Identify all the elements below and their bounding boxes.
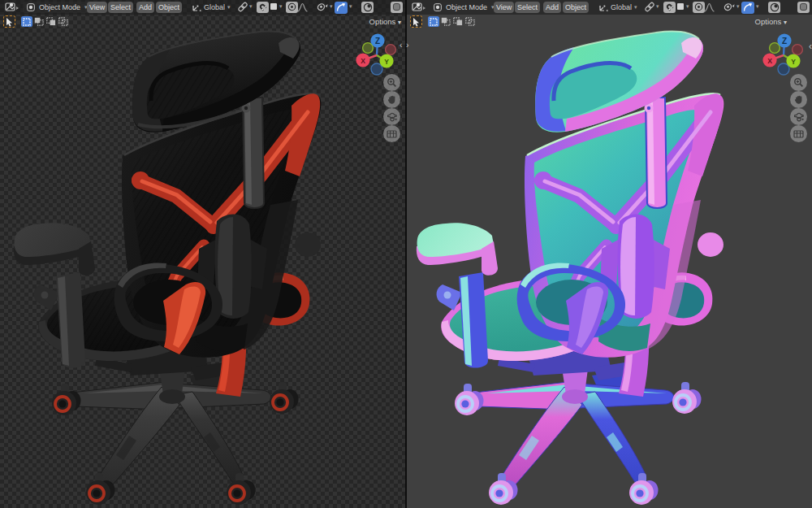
svg-text:Y: Y: [791, 58, 796, 66]
svg-text:X: X: [361, 57, 365, 65]
svg-text:Z: Z: [782, 37, 787, 46]
svg-text:X: X: [767, 57, 772, 65]
svg-text:Z: Z: [375, 37, 380, 46]
svg-text:Y: Y: [384, 58, 389, 66]
